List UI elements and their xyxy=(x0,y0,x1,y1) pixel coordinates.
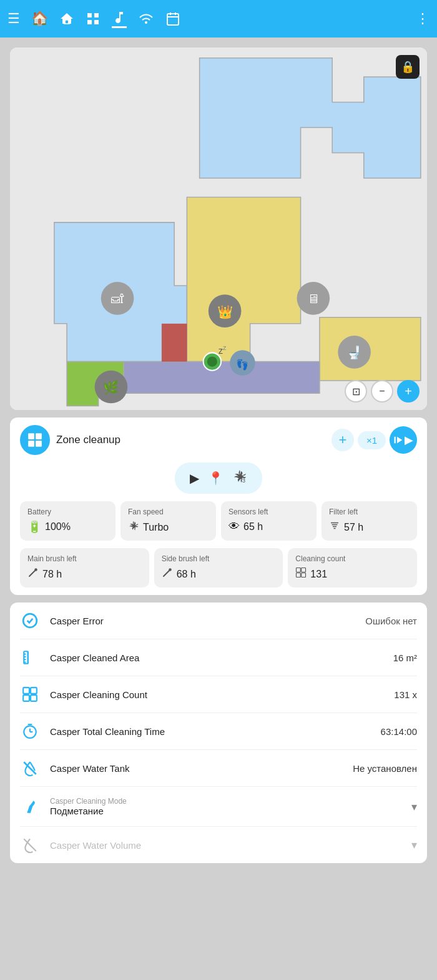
casper-water-value: Не установлен xyxy=(353,763,417,774)
svg-point-46 xyxy=(34,568,37,571)
casper-mode-row[interactable]: Casper Cleaning Mode Подметание ▾ xyxy=(20,787,417,827)
cleaning-mode-value-label: Подметание xyxy=(50,806,401,816)
fan-icon xyxy=(128,520,139,534)
svg-rect-50 xyxy=(302,568,306,572)
water-volume-chevron: ▾ xyxy=(411,838,417,852)
svg-rect-49 xyxy=(297,568,301,572)
sensors-stat: Sensors left 👁 65 h xyxy=(221,501,317,541)
battery-icon: 🔋 xyxy=(27,520,41,534)
brush-icon xyxy=(27,567,39,581)
cleaning-count-label: Cleaning count xyxy=(295,554,410,563)
stats-grid-row2: Main brush left 78 h Side brush left xyxy=(20,548,417,588)
cleaning-mode-small-label: Casper Cleaning Mode xyxy=(50,797,401,806)
filter-stat: Filter left 57 h xyxy=(322,501,417,541)
zone-cleanup-icon-btn[interactable] xyxy=(20,425,50,455)
svg-text:z: z xyxy=(223,344,227,351)
side-brush-label: Side brush left xyxy=(162,554,276,563)
action-pill[interactable]: ▶ 📍 3 xyxy=(175,462,262,494)
side-brush-icon xyxy=(162,567,173,581)
zone-row: Zone cleanup + ×1 ▶ xyxy=(20,425,417,455)
svg-rect-61 xyxy=(31,688,37,694)
svg-text:z: z xyxy=(219,346,223,356)
play-action-icon: ▶ xyxy=(190,471,199,486)
svg-text:🚽: 🚽 xyxy=(346,345,363,361)
water-volume-label: Casper Water Volume xyxy=(50,840,401,851)
grid-icon[interactable] xyxy=(86,11,101,26)
location-action-icon: 📍 xyxy=(208,471,223,486)
svg-line-45 xyxy=(29,571,35,576)
map-card: 🛋 👑 🖥 🌿 🚽 z z xyxy=(10,48,427,410)
signal-icon[interactable] xyxy=(138,11,154,26)
casper-water-volume-row[interactable]: Casper Water Volume ▾ xyxy=(20,827,417,863)
main-content: 🛋 👑 🖥 🌿 🚽 z z xyxy=(0,38,437,873)
svg-rect-60 xyxy=(23,688,29,694)
filter-value: 57 h xyxy=(344,522,363,533)
count-icon xyxy=(295,567,307,581)
svg-rect-3 xyxy=(87,20,92,24)
stats-grid-row1: Battery 🔋 100% Fan speed Turbo xyxy=(20,501,417,541)
svg-point-5 xyxy=(145,21,147,24)
fan-speed-stat: Fan speed Turbo xyxy=(120,501,216,541)
home2-icon[interactable] xyxy=(59,11,74,26)
svg-rect-39 xyxy=(395,437,396,444)
zoom-fit-button[interactable]: ⊡ xyxy=(345,380,367,402)
fan-speed-value: Turbo xyxy=(143,522,169,533)
svg-marker-38 xyxy=(397,437,402,444)
no-water-icon xyxy=(20,760,40,776)
menu-icon[interactable]: ☰ xyxy=(7,11,20,27)
svg-rect-63 xyxy=(31,695,37,701)
top-bar: ☰ 🏠 ⋮ xyxy=(0,0,437,38)
lock-button[interactable]: 🔒 xyxy=(396,55,420,79)
svg-rect-2 xyxy=(94,13,99,18)
casper-count-row[interactable]: Casper Cleaning Count 131 x xyxy=(20,676,417,713)
casper-water-row[interactable]: Casper Water Tank Не установлен xyxy=(20,750,417,787)
casper-time-value: 63:14:00 xyxy=(381,726,417,737)
casper-count-value: 131 x xyxy=(394,689,417,700)
zone-multiplier: ×1 xyxy=(358,431,386,449)
svg-rect-37 xyxy=(36,441,42,447)
info-card: Casper Error Ошибок нет Casper Cleaned A… xyxy=(10,602,427,863)
svg-text:🌿: 🌿 xyxy=(103,380,119,396)
sensors-label: Sensors left xyxy=(228,508,309,516)
side-brush-stat: Side brush left 68 h xyxy=(154,548,283,588)
fan-speed-label: Fan speed xyxy=(128,508,209,516)
casper-error-label: Casper Error xyxy=(50,616,355,626)
timer-icon xyxy=(20,723,40,739)
filter-icon xyxy=(329,520,340,534)
casper-area-label: Casper Cleaned Area xyxy=(50,652,383,663)
svg-rect-62 xyxy=(23,695,29,701)
svg-rect-52 xyxy=(302,573,306,578)
svg-point-29 xyxy=(207,356,217,366)
eye-icon: 👁 xyxy=(228,520,240,533)
calendar-icon[interactable] xyxy=(165,11,180,26)
casper-water-label: Casper Water Tank xyxy=(50,763,343,774)
main-brush-stat: Main brush left 78 h xyxy=(20,548,149,588)
svg-rect-17 xyxy=(162,324,187,362)
music-icon[interactable] xyxy=(112,10,127,28)
map-area[interactable]: 🛋 👑 🖥 🌿 🚽 z z xyxy=(10,48,427,410)
svg-rect-34 xyxy=(28,433,34,439)
zone-play-button[interactable]: ▶ xyxy=(390,426,417,454)
action-row: ▶ 📍 3 xyxy=(20,462,417,494)
main-brush-label: Main brush left xyxy=(27,554,142,563)
zoom-out-button[interactable]: − xyxy=(371,380,393,402)
svg-rect-36 xyxy=(28,441,34,447)
svg-text:3: 3 xyxy=(242,478,245,484)
count-list-icon xyxy=(20,686,40,702)
casper-error-value: Ошибок нет xyxy=(365,616,417,626)
casper-error-row[interactable]: Casper Error Ошибок нет xyxy=(20,602,417,639)
check-icon xyxy=(20,612,40,629)
controls-card: Zone cleanup + ×1 ▶ ▶ 📍 xyxy=(10,418,427,595)
svg-rect-51 xyxy=(297,573,301,578)
lock-icon: 🔒 xyxy=(401,60,415,74)
cleaning-mode-dropdown: Casper Cleaning Mode Подметание xyxy=(50,797,401,816)
cleaning-count-stat: Cleaning count 131 xyxy=(288,548,417,588)
more-icon[interactable]: ⋮ xyxy=(416,11,430,27)
home-icon[interactable]: 🏠 xyxy=(31,11,48,27)
casper-area-row[interactable]: Casper Cleaned Area 16 m² xyxy=(20,639,417,676)
svg-point-48 xyxy=(169,568,172,571)
zoom-in-button[interactable]: + xyxy=(397,380,420,402)
casper-time-row[interactable]: Casper Total Cleaning Time 63:14:00 xyxy=(20,713,417,750)
water-volume-icon xyxy=(20,837,40,853)
zone-add-button[interactable]: + xyxy=(331,429,354,451)
